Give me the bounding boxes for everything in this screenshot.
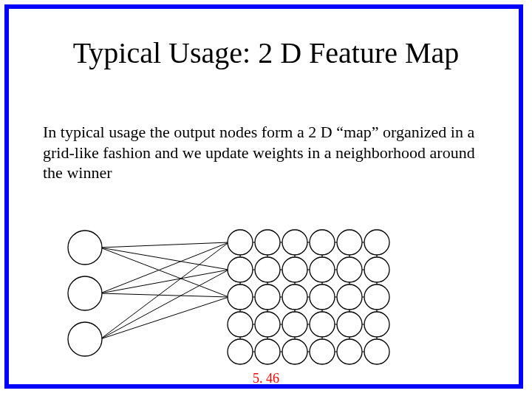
input-to-grid-link: [100, 248, 229, 270]
grid-node: [282, 284, 307, 310]
grid-node: [337, 257, 362, 282]
grid-node: [364, 312, 389, 337]
grid-node: [228, 339, 253, 364]
grid-node: [255, 339, 280, 364]
input-node: [68, 231, 102, 265]
input-to-grid-link: [100, 293, 229, 297]
slide-body: In typical usage the output nodes form a…: [43, 122, 486, 183]
input-to-grid-link: [100, 242, 229, 339]
input-node: [68, 322, 102, 356]
grid-node: [255, 230, 280, 255]
grid-node: [255, 257, 280, 282]
input-to-grid-link: [100, 242, 229, 293]
grid-node: [255, 284, 280, 310]
grid-node: [255, 312, 280, 337]
grid-node: [310, 339, 335, 364]
input-to-grid-link: [100, 297, 229, 339]
grid-node: [364, 257, 389, 282]
grid-node: [310, 257, 335, 282]
grid-node: [364, 284, 389, 310]
grid-node: [364, 339, 389, 364]
grid-node: [364, 230, 389, 255]
grid-node: [337, 339, 362, 364]
feature-map-diagram: [52, 225, 466, 388]
grid-node: [337, 284, 362, 310]
grid-node: [282, 312, 307, 337]
slide-title: Typical Usage: 2 D Feature Map: [0, 35, 532, 70]
input-to-grid-link: [100, 242, 229, 248]
grid-node: [310, 312, 335, 337]
input-to-grid-link: [100, 270, 229, 339]
grid-node: [337, 230, 362, 255]
grid-node: [282, 230, 307, 255]
grid-node: [228, 312, 253, 337]
grid-node: [310, 230, 335, 255]
grid-node: [228, 284, 253, 310]
body-line: In typical usage the output nodes form a…: [43, 123, 475, 182]
input-node: [68, 276, 102, 310]
page-number: 5. 46: [0, 371, 532, 386]
grid-node: [282, 257, 307, 282]
grid-node: [337, 312, 362, 337]
grid-node: [228, 257, 253, 282]
grid-node: [282, 339, 307, 364]
grid-node: [310, 284, 335, 310]
grid-node: [228, 230, 253, 255]
